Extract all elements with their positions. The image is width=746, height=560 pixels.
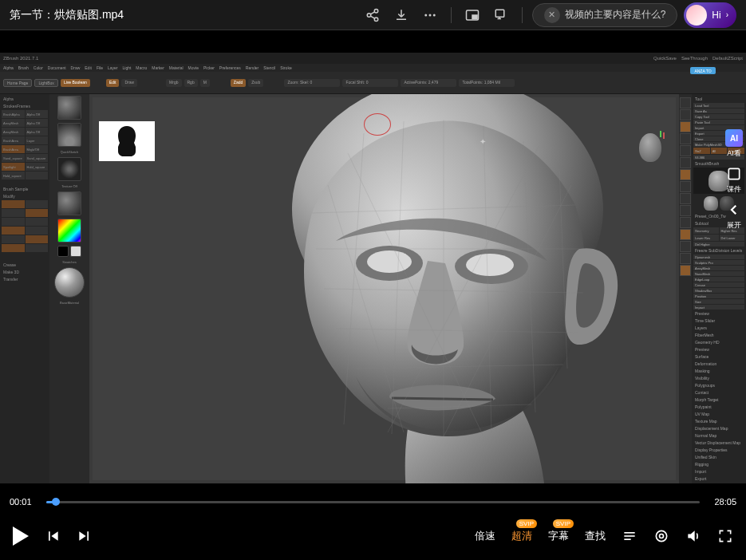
- rbtn-copy[interactable]: Copy Tool: [693, 114, 744, 119]
- left-cell[interactable]: [2, 227, 25, 235]
- rbtn-size[interactable]: Size: [693, 299, 744, 304]
- rbtn-sculptris[interactable]: Sculptris Pro: [693, 260, 744, 265]
- tab-lightbox[interactable]: LightBox: [34, 79, 57, 87]
- menu-picker[interactable]: Picker: [203, 65, 215, 70]
- search-button[interactable]: 查找: [585, 529, 606, 543]
- left-cell[interactable]: [2, 200, 25, 208]
- rlabel-contact[interactable]: Contact: [693, 389, 744, 396]
- left-cell[interactable]: Alpha Off: [26, 119, 49, 127]
- fullscreen-icon[interactable]: [717, 528, 733, 544]
- rlabel-surface[interactable]: Surface: [693, 353, 744, 360]
- color-picker-thumb[interactable]: [57, 219, 81, 243]
- tool-thumb[interactable]: [704, 196, 718, 211]
- prev-button[interactable]: [45, 528, 61, 544]
- menu-movie[interactable]: Movie: [188, 65, 199, 70]
- rtool-item[interactable]: [680, 145, 691, 156]
- left-cell[interactable]: Sand_square: [26, 154, 49, 162]
- menu-light[interactable]: Light: [122, 65, 131, 70]
- rtool-item[interactable]: [680, 193, 691, 204]
- menu-stroke[interactable]: Stroke: [280, 65, 291, 70]
- rlabel-dispprops[interactable]: Display Properties: [693, 447, 744, 453]
- rtool-item[interactable]: [680, 241, 691, 252]
- left-cell[interactable]: BrushArea: [2, 136, 25, 144]
- menu-brush[interactable]: Brush: [18, 65, 29, 70]
- download-icon[interactable]: [390, 4, 412, 26]
- assistant-pill[interactable]: Hi ›: [684, 2, 736, 28]
- left-cell[interactable]: Alpha Off: [26, 110, 49, 118]
- menu-color[interactable]: Color: [34, 65, 43, 70]
- courseware-button[interactable]: 课件: [725, 165, 743, 195]
- left-cell[interactable]: ArrayMesh: [2, 128, 25, 136]
- stroke-thumb[interactable]: [57, 123, 81, 147]
- rlabel-export[interactable]: Export: [693, 475, 744, 482]
- rlabel-vecdisp[interactable]: Vector Displacement Map: [693, 440, 744, 446]
- settings-icon[interactable]: [653, 528, 669, 544]
- rlabel-uvmap[interactable]: UV Map: [693, 411, 744, 417]
- rlabel-polygroups[interactable]: Polygroups: [693, 382, 744, 388]
- menu-stencil[interactable]: Stencil: [263, 65, 275, 70]
- close-icon[interactable]: ✕: [544, 7, 560, 23]
- menu-edit[interactable]: Edit: [85, 65, 92, 70]
- rlabel-preview[interactable]: Preview: [693, 310, 744, 317]
- rlabel-dispmap[interactable]: Displacement Map: [693, 425, 744, 432]
- left-cell[interactable]: ArrayMesh: [2, 119, 25, 127]
- progress-bar[interactable]: [46, 501, 700, 503]
- swatch-white[interactable]: [70, 246, 81, 257]
- rtool-item[interactable]: [680, 229, 691, 240]
- left-cell[interactable]: Sand_square: [2, 154, 25, 162]
- tab-draw[interactable]: Draw: [121, 79, 137, 87]
- left-cell[interactable]: [26, 244, 49, 252]
- rtool-item[interactable]: [680, 157, 691, 168]
- tab-zsub[interactable]: Zsub: [248, 79, 263, 87]
- menu-alpha[interactable]: Alpha: [3, 65, 14, 70]
- rbtn-impact[interactable]: Impact: [693, 305, 744, 310]
- speed-button[interactable]: 倍速: [475, 529, 495, 543]
- left-cell[interactable]: BrushArea: [2, 145, 25, 153]
- crease-label[interactable]: Crease: [2, 262, 48, 268]
- rbtn-delhigher[interactable]: Del Higher: [693, 242, 744, 246]
- rlabel-normalmap[interactable]: Normal Map: [693, 432, 744, 439]
- playlist-icon[interactable]: [622, 528, 637, 544]
- pip-icon[interactable]: [461, 4, 484, 26]
- rlabel-rigging[interactable]: Rigging: [693, 461, 744, 467]
- rtool-item[interactable]: [680, 169, 691, 180]
- ai-question-pill[interactable]: ✕ 视频的主要内容是什么?: [532, 3, 678, 27]
- rtool-item[interactable]: [680, 133, 691, 144]
- tab-homepage[interactable]: Home Page: [3, 79, 32, 87]
- zb-canvas[interactable]: ✦: [89, 94, 679, 483]
- left-cell[interactable]: [2, 218, 25, 226]
- transfer-label[interactable]: Transfer: [2, 276, 48, 282]
- tab-liveboolean[interactable]: Live Boolean: [61, 79, 90, 87]
- rbtn-goz[interactable]: GoZ: [693, 148, 710, 154]
- texture-thumb[interactable]: [57, 191, 81, 215]
- rbtn-position[interactable]: Position: [693, 294, 744, 298]
- rlabel-geometryhd[interactable]: Geometry HD: [693, 339, 744, 345]
- rtool-item[interactable]: [680, 217, 691, 228]
- share-icon[interactable]: [361, 4, 384, 26]
- expand-button[interactable]: 展开: [725, 201, 743, 231]
- make3d-label[interactable]: Make 3D: [2, 269, 48, 275]
- rtool-item[interactable]: [680, 265, 691, 276]
- left-cell[interactable]: BrushAlpha: [2, 110, 25, 118]
- left-cell[interactable]: [26, 200, 49, 208]
- rtool-item[interactable]: [680, 205, 691, 216]
- more-icon[interactable]: [419, 4, 441, 26]
- tab-mrgb[interactable]: Mrgb: [166, 79, 181, 87]
- rbtn-dellower[interactable]: Del Lower: [720, 235, 745, 241]
- rlabel-texmap[interactable]: Texture Map: [693, 418, 744, 424]
- left-cell[interactable]: [26, 172, 49, 179]
- menu-marker[interactable]: Marker: [152, 65, 164, 70]
- rlabel-layers[interactable]: Layers: [693, 325, 744, 331]
- rbtn-shadowbox[interactable]: ShadowBox: [693, 288, 744, 293]
- swatch-black[interactable]: [57, 246, 69, 257]
- rbtn-edgeloop[interactable]: EdgeLoop: [693, 277, 744, 282]
- rlabel-preview2[interactable]: Preview: [693, 346, 744, 353]
- quality-button[interactable]: 超清 SVIP: [511, 529, 532, 543]
- left-cell[interactable]: [26, 218, 49, 226]
- nav-gizmo-head[interactable]: [639, 133, 661, 162]
- reference-card[interactable]: [99, 121, 155, 161]
- left-cell[interactable]: Spotlight: [2, 163, 25, 171]
- rbtn-load[interactable]: Load Tool: [693, 103, 744, 108]
- tab-zadd[interactable]: Zadd: [231, 79, 246, 87]
- rlabel-timeslider[interactable]: Time Slider: [693, 317, 744, 324]
